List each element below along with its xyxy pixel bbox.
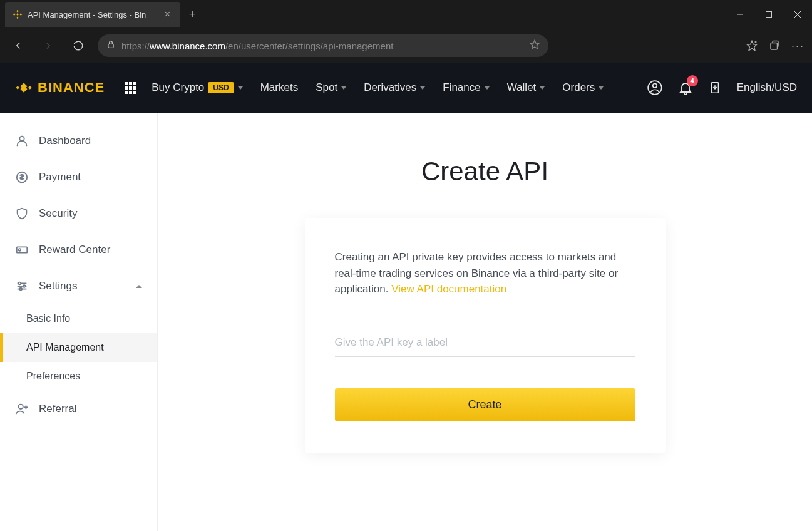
user-icon	[15, 134, 29, 148]
dollar-icon	[15, 170, 29, 184]
account-icon[interactable]	[647, 80, 663, 96]
language-currency[interactable]: English/USD	[737, 81, 797, 94]
close-window-button[interactable]	[783, 2, 812, 27]
refresh-button[interactable]	[68, 35, 89, 56]
svg-rect-2	[16, 13, 19, 16]
url-text: https://www.binance.com/en/usercenter/se…	[121, 41, 393, 51]
tab-bar: API Management - Settings - Bin × +	[0, 0, 812, 29]
browser-tab[interactable]: API Management - Settings - Bin ×	[5, 2, 180, 27]
chevron-down-icon	[540, 86, 545, 90]
shield-icon	[15, 207, 29, 220]
svg-point-29	[23, 285, 26, 287]
minimize-button[interactable]	[726, 2, 754, 27]
sidebar-sub-preferences[interactable]: Preferences	[0, 362, 157, 391]
chevron-down-icon	[420, 86, 425, 90]
nav-buy-crypto[interactable]: Buy Crypto USD	[152, 81, 242, 94]
sidebar-label: Referral	[39, 403, 76, 415]
svg-rect-3	[19, 13, 22, 16]
brand-text: BINANCE	[38, 80, 105, 96]
create-button[interactable]: Create	[335, 388, 635, 421]
favorite-star-icon[interactable]	[530, 39, 540, 52]
browser-chrome: API Management - Settings - Bin × + http…	[0, 0, 812, 63]
forward-button[interactable]	[38, 35, 59, 56]
sidebar-label: Security	[39, 207, 77, 220]
nav-wallet[interactable]: Wallet	[507, 81, 545, 94]
svg-rect-6	[766, 12, 772, 18]
api-label-input[interactable]	[335, 329, 635, 357]
notif-badge: 4	[687, 75, 698, 86]
back-button[interactable]	[8, 35, 29, 56]
nav-links: Buy Crypto USD Markets Spot Derivatives …	[152, 81, 604, 94]
sidebar-label: Dashboard	[39, 135, 91, 147]
chevron-down-icon	[238, 86, 243, 90]
window-controls	[726, 2, 812, 27]
apps-grid-icon[interactable]	[125, 82, 136, 94]
svg-marker-10	[530, 40, 538, 48]
chevron-down-icon	[599, 86, 604, 90]
nav-label: Orders	[562, 81, 595, 94]
svg-rect-14	[771, 43, 778, 50]
svg-rect-9	[108, 44, 113, 48]
tab-title: API Management - Settings - Bin	[28, 10, 157, 19]
maximize-button[interactable]	[754, 2, 783, 27]
nav-label: Derivatives	[364, 81, 416, 94]
sidebar-sub-basic-info[interactable]: Basic Info	[0, 304, 157, 333]
nav-label: Markets	[260, 81, 298, 94]
svg-point-28	[19, 282, 21, 285]
chevron-down-icon	[485, 86, 490, 90]
nav-derivatives[interactable]: Derivatives	[364, 81, 425, 94]
new-tab-button[interactable]: +	[180, 3, 205, 26]
toolbar-icons: ···	[746, 39, 804, 53]
site-header: BINANCE Buy Crypto USD Markets Spot Deri…	[0, 63, 812, 113]
nav-label: Finance	[443, 81, 480, 94]
binance-logo-icon	[15, 79, 33, 96]
address-bar: https://www.binance.com/en/usercenter/se…	[0, 29, 812, 63]
svg-rect-1	[13, 13, 16, 16]
nav-finance[interactable]: Finance	[443, 81, 489, 94]
svg-rect-15	[16, 86, 19, 90]
svg-point-21	[19, 137, 24, 141]
svg-point-24	[19, 249, 21, 251]
favorites-icon[interactable]	[746, 40, 758, 51]
nav-label: Wallet	[507, 81, 537, 94]
ticket-icon	[15, 243, 29, 257]
sidebar-item-security[interactable]: Security	[0, 195, 157, 232]
binance-logo[interactable]: BINANCE	[15, 79, 105, 96]
content: Create API Creating an API private key p…	[158, 113, 812, 531]
nav-orders[interactable]: Orders	[562, 81, 604, 94]
sidebar: Dashboard Payment Security Reward Center…	[0, 113, 158, 531]
svg-point-31	[19, 405, 23, 409]
binance-favicon-icon	[13, 9, 23, 19]
sidebar-sub-api-management[interactable]: API Management	[0, 333, 157, 362]
sidebar-item-settings[interactable]: Settings	[0, 268, 157, 304]
sliders-icon	[15, 279, 29, 293]
card-description: Creating an API private key provides acc…	[335, 249, 635, 297]
url-box[interactable]: https://www.binance.com/en/usercenter/se…	[98, 34, 548, 57]
sidebar-label: Reward Center	[39, 244, 110, 256]
sidebar-item-payment[interactable]: Payment	[0, 159, 157, 195]
svg-rect-0	[16, 10, 19, 13]
more-icon[interactable]: ···	[791, 39, 804, 53]
sidebar-label: Settings	[39, 280, 77, 292]
nav-markets[interactable]: Markets	[260, 81, 298, 94]
sidebar-item-referral[interactable]: Referral	[0, 391, 157, 427]
usd-badge: USD	[208, 82, 234, 93]
svg-point-19	[652, 84, 657, 88]
svg-rect-16	[28, 86, 32, 90]
collections-icon[interactable]	[769, 40, 780, 51]
svg-point-30	[19, 288, 22, 291]
nav-label: Spot	[316, 81, 337, 94]
sidebar-item-dashboard[interactable]: Dashboard	[0, 123, 157, 159]
main-area: Dashboard Payment Security Reward Center…	[0, 113, 812, 531]
chevron-down-icon	[341, 86, 346, 90]
notifications-icon[interactable]: 4	[678, 80, 693, 95]
download-icon[interactable]	[708, 81, 722, 95]
user-plus-icon	[15, 402, 29, 416]
close-tab-icon[interactable]: ×	[162, 8, 173, 21]
view-api-docs-link[interactable]: View API documentation	[391, 283, 506, 295]
nav-spot[interactable]: Spot	[316, 81, 346, 94]
sidebar-label: Payment	[39, 171, 81, 183]
sidebar-item-reward-center[interactable]: Reward Center	[0, 232, 157, 268]
nav-label: Buy Crypto	[152, 81, 204, 94]
svg-rect-4	[16, 16, 19, 19]
